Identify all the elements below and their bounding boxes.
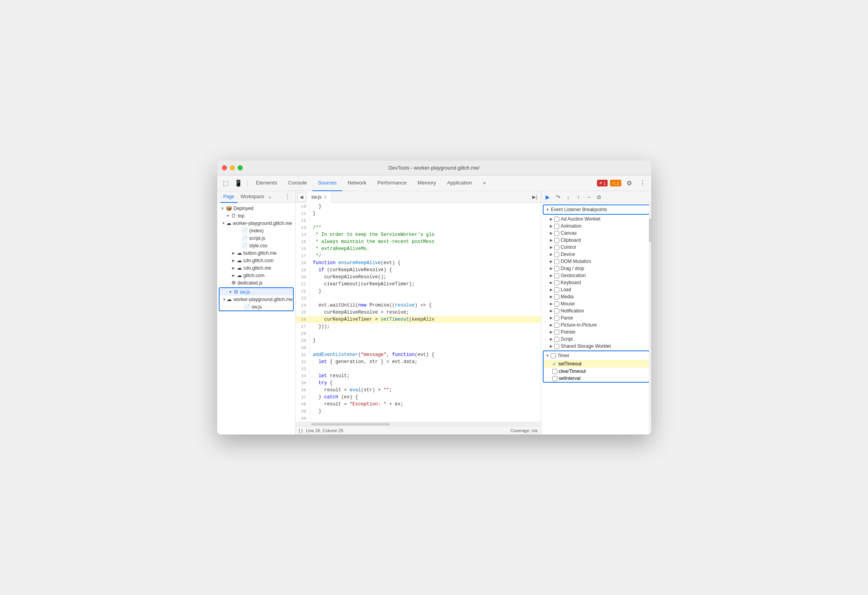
bp-item-device[interactable]: ▶ Device	[541, 251, 651, 258]
bp-item-parse[interactable]: ▶ Parse	[541, 314, 651, 321]
deactivate-breakpoints-icon[interactable]: ⊘	[595, 193, 603, 201]
tab-sources[interactable]: Sources	[312, 175, 342, 191]
timer-item-settimeout[interactable]: ✓ setTimeout	[544, 360, 649, 368]
checkbox-shared-storage[interactable]	[554, 344, 559, 349]
tab-memory[interactable]: Memory	[412, 175, 441, 191]
step-over-icon[interactable]: ↷	[554, 193, 562, 201]
checkbox-mouse[interactable]	[554, 301, 559, 307]
tab-console[interactable]: Console	[283, 175, 313, 191]
tree-item-style-css[interactable]: 📄 style.css	[217, 242, 295, 249]
tab-network[interactable]: Network	[342, 175, 372, 191]
tree-item-top[interactable]: ▼ 🗋 top	[217, 212, 295, 219]
checkbox-geolocation[interactable]	[554, 273, 559, 278]
checkbox-device[interactable]	[554, 252, 559, 257]
tree-item-cdn-glitch-com[interactable]: ▶ ☁ cdn.glitch.com	[217, 257, 295, 264]
tree-item-deployed[interactable]: ▼ 📦 Deployed	[217, 204, 295, 212]
editor-tab-close[interactable]: ×	[324, 194, 327, 200]
tree-item-index[interactable]: 📄 (index)	[217, 227, 295, 234]
event-listener-breakpoints-header[interactable]: ▼ Event Listener Breakpoints	[544, 205, 649, 214]
device-toggle-icon[interactable]: 📱	[233, 178, 244, 189]
right-panel-scrollbar[interactable]	[649, 203, 651, 434]
line-content-33	[310, 365, 316, 372]
bp-item-shared-storage[interactable]: ▶ Shared Storage Worklet	[541, 343, 651, 350]
maximize-button[interactable]	[238, 165, 243, 170]
code-area[interactable]: 10 } 11 } 12 13 /** 14 * In order	[296, 203, 541, 422]
expand-breadcrumb-icon[interactable]: ▶|	[531, 193, 539, 201]
tree-item-worker-playground[interactable]: ▼ ☁ worker-playground.glitch.me	[217, 219, 295, 227]
timer-section-header[interactable]: ▼ Timer	[544, 351, 649, 360]
checkbox-load[interactable]	[554, 287, 559, 292]
checkbox-dom-mutation[interactable]	[554, 259, 559, 264]
checkbox-timer-parent[interactable]	[551, 353, 556, 358]
bp-item-script[interactable]: ▶ Script	[541, 336, 651, 343]
inspect-icon[interactable]: ⬚	[220, 178, 231, 189]
checkbox-drag-drop[interactable]	[554, 266, 559, 271]
minimize-button[interactable]	[230, 165, 235, 170]
bp-item-mouse[interactable]: ▶ Mouse	[541, 300, 651, 307]
checkbox-media[interactable]	[554, 294, 559, 299]
checkbox-script[interactable]	[554, 337, 559, 342]
checkbox-pointer[interactable]	[554, 330, 559, 335]
horizontal-scrollbar[interactable]	[296, 422, 541, 426]
bp-item-geolocation[interactable]: ▶ Geolocation	[541, 272, 651, 279]
bp-item-media[interactable]: ▶ Media	[541, 293, 651, 300]
checkbox-ad-auction[interactable]	[554, 217, 559, 222]
tab-more[interactable]: »	[478, 175, 491, 191]
code-line-11: 11 }	[296, 210, 541, 217]
arrow-animation: ▶	[550, 224, 553, 228]
checkbox-picture-in-picture[interactable]	[554, 323, 559, 328]
bp-item-load[interactable]: ▶ Load	[541, 286, 651, 293]
tree-item-sw-js-child[interactable]: 📄 sw.js	[220, 303, 293, 310]
timer-item-cleartimeout[interactable]: clearTimeout	[544, 368, 649, 375]
bp-item-control[interactable]: ▶ Control	[541, 244, 651, 251]
checkbox-keyboard[interactable]	[554, 280, 559, 285]
checkbox-notification[interactable]	[554, 308, 559, 314]
step-icon[interactable]: →	[584, 193, 593, 201]
breakpoints-list: ▼ Event Listener Breakpoints ▶ Ad Auctio…	[541, 203, 651, 434]
tree-item-dedicated-js[interactable]: ⚙ dedicated.js	[217, 279, 295, 287]
bp-item-notification[interactable]: ▶ Notification	[541, 307, 651, 314]
bp-item-ad-auction[interactable]: ▶ Ad Auction Worklet	[541, 215, 651, 223]
checkbox-cleartimeout[interactable]	[552, 369, 557, 374]
resume-script-icon[interactable]: ▶	[544, 193, 552, 201]
tab-elements[interactable]: Elements	[251, 175, 283, 191]
collapse-sources-icon[interactable]: ◀	[297, 193, 306, 201]
format-code-button[interactable]: { }	[299, 428, 303, 433]
tree-item-button-glitch[interactable]: ▶ ☁ button.glitch.me	[217, 249, 295, 257]
checkbox-parse[interactable]	[554, 316, 559, 321]
tree-item-script-js[interactable]: 📄 script.js	[217, 234, 295, 242]
checkbox-control[interactable]	[554, 245, 559, 250]
bp-item-animation[interactable]: ▶ Animation	[541, 223, 651, 230]
bp-item-dom-mutation[interactable]: ▶ DOM Mutation	[541, 258, 651, 265]
code-line-34: 34 let result;	[296, 372, 541, 380]
tree-item-worker-playground-sw[interactable]: ▼ ☁ worker-playground.glitch.me	[220, 296, 293, 303]
tab-application[interactable]: Application	[441, 175, 478, 191]
bp-item-picture-in-picture[interactable]: ▶ Picture-in-Picture	[541, 321, 651, 329]
settings-icon[interactable]: ⚙	[624, 178, 635, 189]
step-out-icon[interactable]: ↑	[574, 193, 583, 201]
tree-item-cdn-glitch-me[interactable]: ▶ ☁ cdn.glitch.me	[217, 264, 295, 272]
editor-tab-sw-js[interactable]: sw.js ×	[308, 191, 331, 203]
panel-menu-icon[interactable]: ⋮	[283, 193, 292, 201]
tab-performance[interactable]: Performance	[372, 175, 412, 191]
tree-item-sw-js-parent[interactable]: ▼ ⚙ sw.js	[220, 288, 293, 296]
close-button[interactable]	[222, 165, 227, 170]
checkbox-animation[interactable]	[554, 224, 559, 229]
panel-tab-more[interactable]: »	[269, 195, 271, 199]
bp-item-canvas[interactable]: ▶ Canvas	[541, 230, 651, 237]
checkbox-canvas[interactable]	[554, 231, 559, 236]
step-into-icon[interactable]: ↓	[564, 193, 573, 201]
tab-page[interactable]: Page	[220, 191, 238, 203]
code-line-27: 27 }));	[296, 323, 541, 330]
bp-item-keyboard[interactable]: ▶ Keyboard	[541, 279, 651, 286]
bp-item-pointer[interactable]: ▶ Pointer	[541, 329, 651, 336]
checkbox-clipboard[interactable]	[554, 238, 559, 243]
bp-item-clipboard[interactable]: ▶ Clipboard	[541, 237, 651, 244]
bp-item-drag-drop[interactable]: ▶ Drag / drop	[541, 265, 651, 272]
tab-workspace[interactable]: Workspace	[238, 191, 267, 203]
timer-item-setinterval[interactable]: setInterval	[544, 375, 649, 382]
checkbox-setinterval[interactable]	[552, 376, 557, 381]
arrow-keyboard: ▶	[550, 281, 553, 285]
more-options-icon[interactable]: ⋮	[637, 178, 648, 189]
tree-item-glitch-com[interactable]: ▶ ☁ glitch.com	[217, 272, 295, 279]
